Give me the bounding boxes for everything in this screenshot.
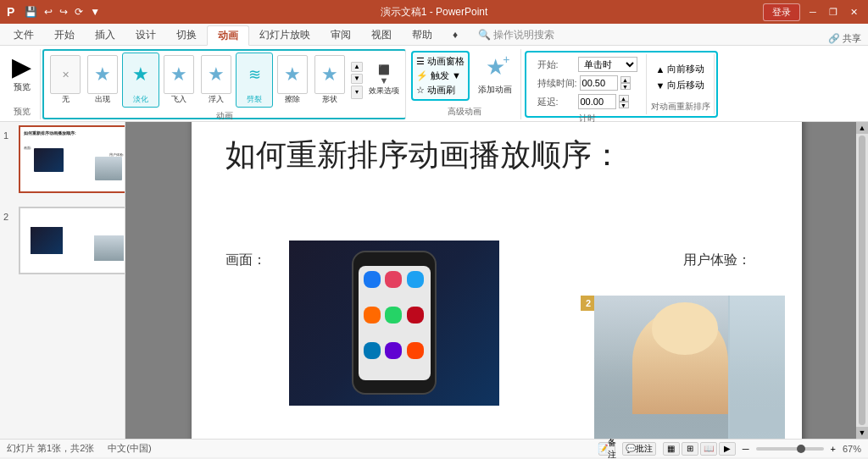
timing-reorder-highlight: 开始: 单击时 与上一动画同时 上一动画之后 持续时间: ▲ ▼	[525, 51, 718, 118]
anim-flyin-label: 飞入	[171, 94, 186, 105]
zoom-out-button[interactable]: ─	[743, 444, 749, 454]
whatsapp-icon	[385, 307, 402, 324]
linkedin-icon	[364, 342, 381, 359]
slide-2-container: 2	[3, 207, 121, 281]
move-earlier-label: 向前移动	[667, 63, 704, 75]
move-earlier-button[interactable]: ▲ 向前移动	[656, 63, 705, 75]
zoom-slider[interactable]	[756, 447, 824, 451]
slide-title: 如何重新排序动画播放顺序：	[225, 135, 768, 176]
zoom-thumb[interactable]	[797, 445, 805, 453]
tab-transitions[interactable]: 切换	[166, 25, 207, 45]
anim-split-button[interactable]: ≋ 劈裂	[236, 53, 273, 108]
animation-brush-button[interactable]: ☆ 动画刷	[415, 83, 466, 97]
comments-button[interactable]: 💬 批注	[622, 442, 656, 456]
repeat-button[interactable]: ⟳	[73, 4, 85, 19]
undo-button[interactable]: ↩	[42, 4, 54, 19]
scroll-down-arrow[interactable]: ▼	[856, 427, 868, 439]
slide-1-number: 1	[3, 130, 15, 141]
normal-view-button[interactable]: ▦	[663, 442, 680, 456]
add-animation-icon: ★+	[486, 54, 505, 80]
ribbon-content: ▶ 预览 预览 ✕ 无 ★ 出现 ★ 淡化 ★ 飞入	[0, 46, 868, 122]
anim-none-label: 无	[62, 94, 70, 105]
duration-input[interactable]	[580, 75, 618, 91]
twitter-icon	[407, 271, 424, 288]
tab-help[interactable]: 帮助	[402, 25, 442, 45]
add-animation-button[interactable]: ★+ 添加动画	[473, 51, 517, 99]
slideshow-view-button[interactable]: ▶	[719, 442, 736, 456]
save-button[interactable]: 💾	[23, 4, 39, 19]
duration-spin: ▲ ▼	[620, 76, 631, 90]
trigger-button[interactable]: ⚡ 触发 ▼	[415, 69, 466, 83]
preview-button[interactable]: ▶ 预览	[7, 51, 36, 97]
effect-options-button[interactable]: ▾	[351, 86, 363, 99]
login-button[interactable]: 登录	[763, 3, 800, 21]
slide-2-thumb-img1	[31, 227, 63, 254]
reading-view-button[interactable]: 📖	[700, 442, 717, 456]
slide-2-thumbnail[interactable]	[19, 207, 125, 274]
delay-label: 延迟:	[537, 96, 576, 108]
tab-slideshow[interactable]: 幻灯片放映	[249, 25, 320, 45]
window-title: 演示文稿1 - PowerPoint	[381, 5, 488, 19]
phone-image-visual	[289, 241, 499, 406]
delay-up-button[interactable]: ▲	[619, 95, 629, 102]
duration-up-button[interactable]: ▲	[620, 76, 631, 83]
animation-scroll-buttons: ▲ ▼ ▾	[351, 62, 363, 99]
main-area: 如何重新排序动画播放顺序： 画面： 1	[125, 122, 868, 439]
anim-flyin-button[interactable]: ★ 飞入	[161, 53, 197, 107]
vertical-scrollbar[interactable]: ▲ ▼	[856, 122, 868, 439]
anim-fade-button[interactable]: ★ 淡化	[122, 53, 159, 108]
anim-float-icon: ★	[201, 55, 231, 94]
slide-info: 幻灯片 第1张，共2张	[7, 442, 94, 455]
anim-wipe-icon: ★	[277, 55, 308, 94]
slide-sorter-button[interactable]: ⊞	[682, 442, 698, 456]
redo-button[interactable]: ↪	[58, 4, 70, 19]
effect-options-dropdown[interactable]: ⬛▼ 效果选项	[366, 63, 402, 98]
comments-icon: 💬	[626, 444, 636, 453]
minimize-button[interactable]: ─	[805, 5, 821, 19]
tab-diamond[interactable]: ♦	[442, 25, 468, 45]
tab-home[interactable]: 开始	[44, 25, 85, 45]
quick-access-more-button[interactable]: ▼	[88, 4, 102, 19]
search-box[interactable]: 🔍 操作说明搜索	[468, 25, 565, 45]
restore-button[interactable]: ❐	[826, 5, 841, 19]
move-later-label: 向后移动	[667, 79, 704, 91]
close-button[interactable]: ✕	[846, 5, 861, 19]
slide-canvas[interactable]: 如何重新排序动画播放顺序： 画面： 1	[192, 122, 802, 439]
duration-down-button[interactable]: ▼	[620, 83, 631, 90]
scroll-down-button[interactable]: ▼	[351, 74, 363, 84]
scroll-up-arrow[interactable]: ▲	[856, 122, 868, 134]
delay-input[interactable]	[578, 94, 616, 109]
anim-shape-button[interactable]: ★ 形状	[312, 53, 348, 107]
slide-1-thumbnail[interactable]: 如何重新排序动画播放顺序: 画面: 用户体验:	[19, 125, 125, 193]
tab-file[interactable]: 文件	[3, 25, 44, 45]
anim-appear-label: 出现	[95, 94, 110, 105]
animation-pane-button[interactable]: ☰ 动画窗格	[415, 54, 466, 69]
tab-animations[interactable]: 动画	[207, 25, 249, 46]
tab-design[interactable]: 设计	[125, 25, 166, 45]
tab-insert[interactable]: 插入	[85, 25, 125, 45]
anim-float-label: 浮入	[209, 94, 224, 105]
animation-brush-icon: ☆	[416, 85, 425, 96]
tab-review[interactable]: 审阅	[320, 25, 361, 45]
anim-float-button[interactable]: ★ 浮入	[198, 53, 234, 107]
scroll-thumb[interactable]	[859, 135, 865, 425]
woman-head	[652, 302, 719, 354]
preview-group-label: 预览	[7, 103, 36, 118]
start-select[interactable]: 单击时 与上一动画同时 上一动画之后	[578, 57, 637, 72]
scroll-up-button[interactable]: ▲	[351, 62, 363, 72]
anim-wipe-button[interactable]: ★ 擦除	[275, 53, 310, 107]
move-later-button[interactable]: ▼ 向后移动	[656, 79, 705, 91]
timing-group: 开始: 单击时 与上一动画同时 上一动画之后 持续时间: ▲ ▼	[528, 54, 647, 114]
delay-down-button[interactable]: ▼	[619, 102, 629, 108]
anim-none-button[interactable]: ✕ 无	[47, 53, 83, 107]
tab-view[interactable]: 视图	[361, 25, 402, 45]
trigger-label: 触发 ▼	[431, 69, 461, 82]
app-body: 1 如何重新排序动画播放顺序: 画面: 用户体验: 2	[0, 122, 868, 439]
title-bar-right: 登录 ─ ❐ ✕	[763, 3, 861, 21]
ribbon-tabs: 文件 开始 插入 设计 切换 动画 幻灯片放映 审阅 视图 帮助 ♦ 🔍 操作说…	[0, 24, 868, 46]
anim-appear-button[interactable]: ★ 出现	[85, 53, 120, 107]
share-button[interactable]: 🔗 共享	[828, 32, 861, 45]
zoom-in-button[interactable]: +	[831, 444, 836, 454]
notes-button[interactable]: 📝 备注	[598, 442, 615, 456]
slide-1-container: 1 如何重新排序动画播放顺序: 画面: 用户体验:	[3, 125, 121, 200]
